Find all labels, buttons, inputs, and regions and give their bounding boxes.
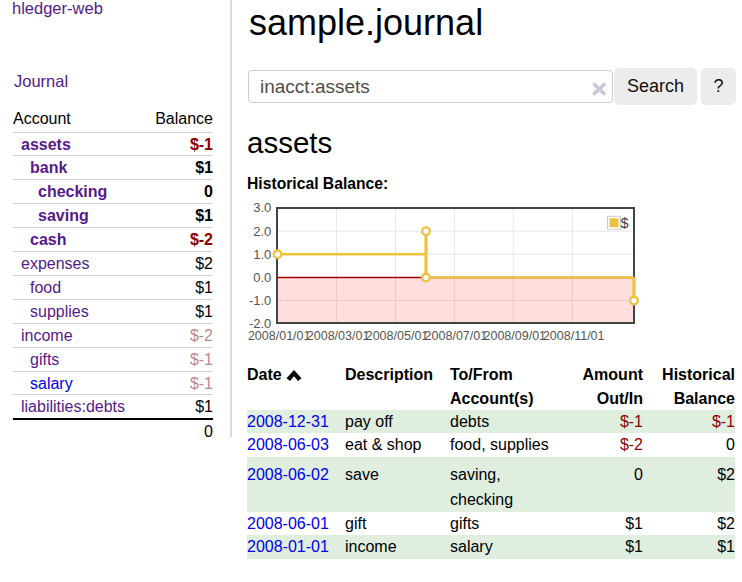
svg-text:2.0: 2.0: [253, 224, 271, 239]
svg-text:2008/09/01: 2008/09/01: [484, 329, 547, 343]
svg-text:1.0: 1.0: [253, 247, 271, 262]
svg-text:2008/01/01: 2008/01/01: [248, 329, 311, 343]
svg-text:$: $: [621, 215, 629, 231]
svg-text:-1.0: -1.0: [249, 293, 271, 308]
svg-text:2008/11/01: 2008/11/01: [543, 329, 605, 343]
svg-text:2008/07/01: 2008/07/01: [425, 329, 488, 343]
svg-text:2008/03/01: 2008/03/01: [307, 329, 370, 343]
svg-text:3.0: 3.0: [253, 200, 271, 215]
svg-text:0.0: 0.0: [253, 270, 271, 285]
svg-text:2008/05/01: 2008/05/01: [366, 329, 429, 343]
